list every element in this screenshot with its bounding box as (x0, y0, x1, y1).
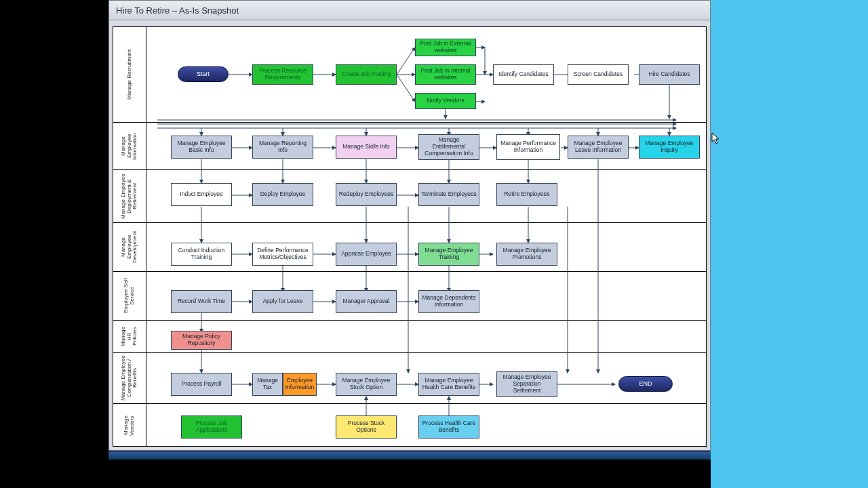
box-manage-reporting-info[interactable]: Manage Reporting Info (252, 136, 313, 159)
box-post-internal[interactable]: Post Job in Internal websites (415, 64, 476, 85)
box-define-performance-metrics[interactable]: Define Performance Metrics/Objectives (252, 243, 313, 266)
lane-label: Manage Employee Development (113, 223, 146, 271)
box-manage-employee-inquiry[interactable]: Manage Employee Inquiry (639, 136, 700, 159)
box-screen-candidates[interactable]: Screen Candidates (568, 64, 629, 85)
box-record-work-time[interactable]: Record Work Time (171, 290, 232, 313)
box-manage-performance-info[interactable]: Manage Performance Information (496, 134, 560, 160)
page-title: Hire To Retire – As-Is Snapshot (116, 5, 239, 16)
box-process-stock-options[interactable]: Process Stock Options (336, 415, 397, 439)
stage: Hire To Retire – As-Is Snapshot Manage R… (0, 0, 868, 488)
lane-label: Employee Self Service (113, 272, 146, 320)
box-notify-vendors[interactable]: Notify Vendors (415, 93, 476, 109)
lane-divider (113, 122, 706, 123)
box-terminate-employees[interactable]: Terminate Employees (418, 183, 479, 206)
box-deploy-employee[interactable]: Deploy Employee (252, 183, 313, 206)
footer-bar: 1 (108, 451, 711, 460)
start-node[interactable]: Start (178, 66, 229, 82)
box-manage-separation-settlement[interactable]: Manage Employee Separation Settlement (496, 371, 557, 397)
slide-background-right (711, 0, 868, 488)
box-manage-entitlements[interactable]: Manage Entitlements/ Compensation Info (418, 134, 479, 160)
box-manage-tax[interactable]: Manage Tax (252, 373, 283, 396)
lane-label: Manage Recruitment (113, 27, 146, 122)
lane-divider (113, 403, 706, 404)
box-appraise-employee[interactable]: Appraise Employee (336, 243, 397, 266)
box-identify-candidates[interactable]: Identify Candidates (493, 64, 554, 85)
lane-label: Manage HR Policies (113, 321, 146, 352)
box-manage-stock-option[interactable]: Manage Employee Stock Option (336, 373, 397, 396)
box-manage-policy-repository[interactable]: Manage Policy Repository (171, 331, 232, 350)
lane-divider (113, 222, 706, 223)
box-manage-dependents-info[interactable]: Manage Dependents Information (418, 290, 479, 313)
box-induct-employee[interactable]: Induct Employee (171, 183, 232, 206)
lane-divider (113, 271, 706, 272)
box-manage-leave-info[interactable]: Manage Employee Leave Information (568, 136, 629, 159)
box-post-external[interactable]: Post Job in External websites (415, 39, 476, 56)
lane-label: Manage Employee Information (113, 123, 146, 169)
box-manage-employee-promotions[interactable]: Manage Employee Promotions (496, 243, 557, 266)
box-manage-health-care[interactable]: Manage Employee Health Care Benefits (418, 373, 479, 396)
box-manage-skills-info[interactable]: Manage Skills Info (336, 136, 397, 159)
page-number: 1 (705, 442, 708, 449)
lane-divider (113, 320, 706, 321)
box-redeploy-employees[interactable]: Redeploy Employees (336, 183, 397, 206)
box-process-health-care[interactable]: Process Health Care Benefits (418, 415, 479, 439)
lane-label: Manage Vendors (113, 404, 146, 447)
lane-label: Manage Employee Compensation / Benefits (113, 353, 146, 403)
box-conduct-induction-training[interactable]: Conduct Induction Training (171, 243, 232, 266)
end-node[interactable]: END (618, 376, 673, 392)
document-window: Hire To Retire – As-Is Snapshot Manage R… (108, 0, 711, 451)
box-process-payroll[interactable]: Process Payroll (171, 373, 232, 396)
lane-label: Manage Employee Deployment & Retirement (113, 170, 146, 222)
box-process-resource-req[interactable]: Process Resource Requirements (252, 64, 313, 85)
box-create-job-posting[interactable]: Create Job Posting (336, 64, 397, 85)
title-bar: Hire To Retire – As-Is Snapshot (109, 1, 710, 20)
box-manager-approval[interactable]: Manager Approval (336, 290, 397, 313)
box-employee-information[interactable]: Employee Information (283, 373, 317, 396)
box-process-job-applications[interactable]: Process Job Applications (181, 415, 242, 439)
box-manage-employee-training[interactable]: Manage Employee Training (418, 243, 479, 266)
lane-divider (113, 169, 706, 170)
lane-divider (113, 352, 706, 353)
diagram-canvas: Manage RecruitmentManage Employee Inform… (113, 26, 707, 447)
box-apply-for-leave[interactable]: Apply for Leave (252, 290, 313, 313)
box-hire-candidates[interactable]: Hire Candidates (639, 64, 700, 85)
box-manage-basic-info[interactable]: Manage Employee Basic Info (171, 136, 232, 159)
box-retire-employees[interactable]: Retire Employees (496, 183, 557, 206)
